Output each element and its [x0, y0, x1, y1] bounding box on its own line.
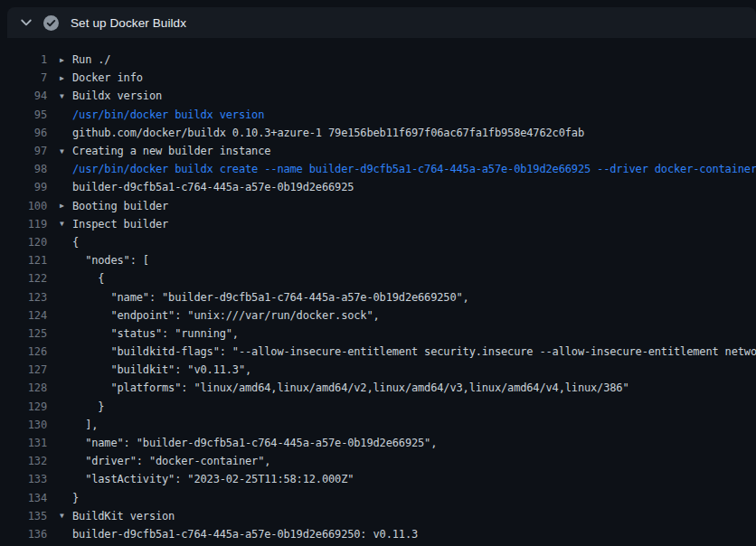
log-line: 121 "nodes": [ [0, 251, 756, 269]
line-number[interactable]: 122 [0, 272, 47, 285]
log-line: 123 "name": "builder-d9cfb5a1-c764-445a-… [0, 287, 756, 306]
line-number[interactable]: 130 [0, 419, 47, 431]
group-title-text[interactable]: Inspect builder [72, 218, 168, 231]
line-number[interactable]: 100 [0, 200, 47, 212]
line-number[interactable]: 95 [0, 108, 47, 121]
log-line: 120{ [0, 233, 756, 251]
expand-caret-icon[interactable]: ▶ [47, 74, 72, 82]
chevron-down-icon[interactable] [19, 15, 33, 30]
line-number[interactable]: 123 [0, 291, 47, 304]
group-title-text[interactable]: Docker info [72, 71, 143, 84]
output-text: } [72, 400, 104, 413]
log-line: 129 } [0, 398, 756, 416]
command-text: /usr/bin/docker buildx version [72, 108, 264, 121]
log-line: 96github.com/docker/buildx 0.10.3+azure-… [0, 124, 756, 142]
line-number[interactable]: 134 [0, 492, 47, 504]
line-number[interactable]: 132 [0, 455, 47, 467]
output-text: "endpoint": "unix:///var/run/docker.sock… [72, 309, 380, 322]
log-line: 99builder-d9cfb5a1-c764-445a-a57e-0b19d2… [0, 178, 756, 196]
log-line: 134} [0, 489, 756, 507]
line-number[interactable]: 96 [0, 127, 47, 139]
line-number[interactable]: 98 [0, 163, 47, 175]
line-number[interactable]: 135 [0, 510, 47, 522]
log-line: 124 "endpoint": "unix:///var/run/docker.… [0, 306, 756, 325]
line-number[interactable]: 133 [0, 473, 47, 485]
line-number[interactable]: 1 [0, 53, 47, 66]
output-text: { [72, 272, 104, 285]
log-line: 131 "name": "builder-d9cfb5a1-c764-445a-… [0, 434, 756, 452]
output-text: builder-d9cfb5a1-c764-445a-a57e-0b19d2e6… [72, 181, 354, 193]
log-line: 127 "buildkit": "v0.11.3", [0, 361, 756, 379]
group-title-text[interactable]: Run ./ [72, 53, 110, 66]
log-line: 128 "platforms": "linux/amd64,linux/amd6… [0, 379, 756, 397]
log-line: 126 "buildkitd-flags": "--allow-insecure… [0, 343, 756, 361]
line-number[interactable]: 7 [0, 71, 47, 84]
expand-caret-icon[interactable]: ▼ [47, 512, 72, 520]
output-text: "buildkitd-flags": "--allow-insecure-ent… [72, 345, 756, 358]
log-line: 94▼Buildx version [0, 87, 756, 105]
line-number[interactable]: 128 [0, 381, 47, 394]
output-text: github.com/docker/buildx 0.10.3+azure-1 … [72, 127, 584, 139]
log-line: 7▶Docker info [0, 69, 756, 87]
log-line: 95/usr/bin/docker buildx version [0, 106, 756, 124]
line-number[interactable]: 125 [0, 327, 47, 340]
command-text: /usr/bin/docker buildx create --name bui… [72, 163, 756, 175]
line-number[interactable]: 124 [0, 309, 47, 322]
group-title-text[interactable]: BuildKit version [72, 510, 175, 522]
check-circle-icon [43, 15, 59, 31]
log-line: 119▼Inspect builder [0, 215, 756, 233]
output-text: "driver": "docker-container", [72, 455, 270, 467]
output-text: { [72, 236, 79, 249]
log-line: 97▼Creating a new builder instance [0, 142, 756, 160]
log-line: 98/usr/bin/docker buildx create --name b… [0, 160, 756, 178]
line-number[interactable]: 127 [0, 363, 47, 376]
line-number[interactable]: 119 [0, 218, 47, 231]
expand-caret-icon[interactable]: ▼ [47, 147, 72, 155]
expand-caret-icon[interactable]: ▶ [47, 202, 72, 210]
line-number[interactable]: 121 [0, 254, 47, 267]
line-number[interactable]: 94 [0, 89, 47, 102]
group-title-text[interactable]: Booting builder [72, 200, 168, 212]
line-number[interactable]: 97 [0, 145, 47, 157]
log-line: 132 "driver": "docker-container", [0, 452, 756, 470]
line-number[interactable]: 129 [0, 400, 47, 413]
output-text: "name": "builder-d9cfb5a1-c764-445a-a57e… [72, 437, 437, 449]
step-title: Set up Docker Buildx [71, 16, 186, 30]
line-number[interactable]: 126 [0, 345, 47, 358]
output-text: "name": "builder-d9cfb5a1-c764-445a-a57e… [72, 291, 469, 304]
log-line: 136builder-d9cfb5a1-c764-445a-a57e-0b19d… [0, 525, 756, 543]
log-line: 122 { [0, 269, 756, 287]
output-text: "status": "running", [72, 327, 239, 340]
output-text: "buildkit": "v0.11.3", [72, 363, 251, 376]
line-number[interactable]: 136 [0, 528, 47, 541]
group-title-text[interactable]: Buildx version [72, 89, 162, 102]
line-number[interactable]: 131 [0, 437, 47, 449]
log-line: 135▼BuildKit version [0, 507, 756, 525]
output-text: "nodes": [ [72, 254, 149, 267]
output-text: "platforms": "linux/amd64,linux/amd64/v2… [72, 381, 629, 394]
log-line: 130 ], [0, 416, 756, 434]
log-line: 125 "status": "running", [0, 325, 756, 343]
line-number[interactable]: 120 [0, 236, 47, 249]
log-line: 100▶Booting builder [0, 197, 756, 215]
output-text: ], [72, 419, 98, 431]
output-text: "lastActivity": "2023-02-25T11:58:12.000… [72, 473, 354, 485]
expand-caret-icon[interactable]: ▼ [47, 92, 72, 100]
output-text: } [72, 492, 79, 504]
log-line: 133 "lastActivity": "2023-02-25T11:58:12… [0, 470, 756, 488]
step-header[interactable]: Set up Docker Buildx [7, 7, 756, 38]
expand-caret-icon[interactable]: ▶ [47, 56, 72, 64]
line-number[interactable]: 99 [0, 181, 47, 193]
log-line: 1▶Run ./ [0, 51, 756, 69]
group-title-text[interactable]: Creating a new builder instance [72, 145, 270, 157]
log-viewer: 1▶Run ./7▶Docker info94▼Buildx version95… [0, 38, 756, 543]
expand-caret-icon[interactable]: ▼ [47, 220, 72, 228]
output-text: builder-d9cfb5a1-c764-445a-a57e-0b19d2e6… [72, 528, 418, 541]
